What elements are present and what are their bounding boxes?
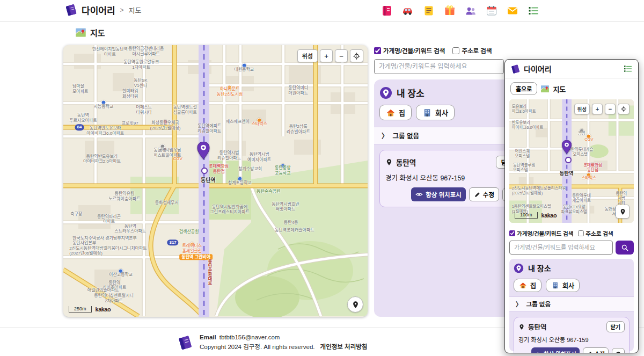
breadcrumb-separator: > (120, 6, 124, 14)
address-search-option[interactable]: 주소로 검색 (578, 229, 613, 237)
map-thumb-icon (540, 84, 550, 93)
list-icon[interactable] (528, 5, 539, 17)
map-pin-marker[interactable] (197, 142, 209, 159)
quick-place-row: 집 회사 (379, 105, 523, 120)
map-label: 2신도시동탄역메트로폴리스타워 (2025년02월예정) (512, 186, 566, 195)
always-show-location-button[interactable]: 항상 위치표시 (411, 187, 466, 201)
search-button[interactable] (616, 241, 634, 255)
address-search-option[interactable]: 주소로 검색 (452, 46, 492, 55)
footer-email-line: Emailtbtbtb156@naver.com (200, 333, 367, 343)
map-thumb-icon (75, 27, 86, 38)
chevron-right-icon: 〉 (382, 130, 389, 141)
gift-icon[interactable] (444, 5, 456, 17)
keyword-search-option[interactable]: 가게명/건물/키워드 검색 (374, 46, 445, 55)
delete-place-button[interactable] (612, 348, 625, 354)
map-label-layer: 한신에이치빌동탄역 아파트동탄역금강펜테리움 더시글루어파트동탄역동원로얄듀크 … (63, 45, 368, 317)
copyright-text: Copyright 2024 김구정. All rights reserved. (200, 344, 315, 350)
map-label: 동탄역 (201, 177, 216, 184)
satellite-toggle-button[interactable]: 위성 (574, 104, 590, 114)
map-pin-marker[interactable] (562, 140, 572, 154)
map-label: 동탄역블루밍 오피스텔 (513, 163, 535, 172)
list-menu-icon[interactable] (623, 64, 633, 74)
compass-button[interactable] (618, 104, 630, 114)
map-label: 도유보라 파크8.0아파트 (512, 104, 536, 114)
satellite-toggle-button[interactable]: 위성 (297, 49, 318, 62)
zoom-in-button[interactable]: + (320, 49, 333, 62)
map-label: 동탄역센트럴 싱글룸아파트 (173, 105, 197, 115)
note-icon[interactable] (423, 5, 435, 17)
search-input[interactable] (374, 59, 504, 74)
edit-place-button[interactable]: 수정 (583, 347, 609, 353)
address-search-checkbox[interactable] (452, 47, 459, 54)
keyword-search-checkbox[interactable] (374, 47, 381, 54)
map-label: 동탄역 신미주아파트 (103, 280, 126, 290)
people-icon[interactable] (465, 5, 477, 17)
map-label: 지능중학교 (93, 105, 113, 110)
map-label: 동탄중앙 고등학교 (275, 166, 290, 176)
diary-icon[interactable] (381, 5, 393, 17)
mobile-preview-window: 다이어리 홈으로 지도 (504, 59, 639, 353)
breadcrumb: 다이어리 > 지도 (64, 3, 142, 17)
map-label: 프로빗97 (122, 121, 138, 126)
map-label: 동탄역유림 노르웨이숲아파트 (109, 192, 141, 202)
group-collapse-row[interactable]: 〉 그룹 없음 (509, 296, 634, 311)
edit-place-button[interactable]: 수정 (469, 187, 499, 201)
keyword-search-option[interactable]: 가게명/건물/키워드 검색 (509, 229, 573, 237)
popup-header: 다이어리 (505, 60, 638, 78)
mail-icon[interactable] (507, 5, 518, 17)
place-actions: 항상 위치표시 수정 (518, 347, 625, 353)
my-location-button[interactable] (347, 296, 363, 313)
map-label: 동탄역 스트라우스아파트 (114, 224, 146, 234)
calendar-icon[interactable] (486, 5, 497, 17)
map-label: 동탄역금강펜테리움 더시글루어파트 (128, 47, 164, 57)
address-search-checkbox[interactable] (578, 230, 584, 236)
map-label: 동탄역시범한화꿈에 그린프레스티지아파트 (210, 205, 250, 215)
map-label: 롯데백화점 동탄점 (209, 164, 229, 175)
map-canvas[interactable]: 한신에이치빌동탄역 아파트동탄역금강펜테리움 더시글루어파트동탄역동원로얄듀크 … (63, 45, 368, 317)
home-place-button[interactable]: 집 (379, 105, 412, 120)
map-label: 동탄역시범우남 퍼스트빌아파트 (153, 148, 181, 158)
car-icon[interactable] (402, 5, 414, 17)
map-label: 한미타워 화성타워 (122, 89, 138, 99)
search-input[interactable] (509, 241, 613, 255)
map-label: 더페스트 타워시타 (136, 105, 152, 115)
close-place-button[interactable]: 닫기 (606, 321, 625, 332)
compass-button[interactable] (350, 49, 363, 62)
map-label: 동탄역에피트 리슈빌아파트 (197, 124, 221, 134)
map-label: 롯데백화점 동탄점 (583, 163, 602, 172)
my-places-icon (379, 86, 392, 99)
map-label: 2신도시동탄역대방엘리움더시그니처아파트 (2027년06월예정) (69, 246, 147, 256)
place-pin-icon (518, 324, 525, 330)
breadcrumb-page: 지도 (129, 5, 142, 15)
app-title[interactable]: 다이어리 (82, 3, 115, 17)
zoom-out-button[interactable]: − (335, 49, 348, 62)
map-label: 동화성세무서 (155, 201, 179, 206)
place-actions: 항상 위치표시 수정 (385, 187, 517, 201)
scale-bar: 250m (69, 306, 92, 313)
app-logo-icon[interactable] (64, 3, 78, 17)
map-label: 공영 (158, 148, 166, 154)
company-place-button[interactable]: 회사 (546, 279, 580, 292)
company-place-button[interactable]: 회사 (416, 105, 455, 120)
map-label: 에스에프앤이 (226, 119, 250, 125)
popup-map-canvas[interactable]: 도유보라 파크8.0아파트반도유보라 아이파크6.0아파트공영CGV어반스퀘 오… (509, 99, 634, 223)
zoom-in-button[interactable]: + (592, 104, 603, 114)
map-label: CGV (584, 136, 593, 141)
always-show-location-button[interactable]: 항상 위치표시 (531, 347, 580, 353)
map-label: 하니카운트 동탄2신도시점 (217, 86, 243, 97)
page-title: 지도 (75, 27, 105, 38)
map-label: 동탄역더샵센트럴시티 2차아파트 (94, 294, 134, 304)
map-label: 84 (75, 125, 84, 131)
app-logo-icon (177, 335, 193, 351)
privacy-policy-link[interactable]: 개인정보 처리방침 (320, 344, 368, 350)
go-home-button[interactable]: 홈으로 (510, 82, 537, 95)
keyword-search-checkbox[interactable] (509, 230, 515, 236)
my-location-button[interactable] (616, 205, 630, 219)
map-label: 동탄역미디 더원아파트 (288, 85, 308, 96)
place-card: 동탄역 닫기 경기 화성시 오산동 967-159 항상 위치표시 수정 (379, 150, 523, 207)
popup-nav: 홈으로 지도 (505, 78, 638, 97)
map-label-layer: 도유보라 파크8.0아파트반도유보라 아이파크6.0아파트공영CGV어반스퀘 오… (509, 99, 634, 223)
zoom-out-button[interactable]: − (605, 104, 616, 114)
email-label: Email (200, 334, 216, 340)
home-place-button[interactable]: 집 (514, 279, 541, 292)
